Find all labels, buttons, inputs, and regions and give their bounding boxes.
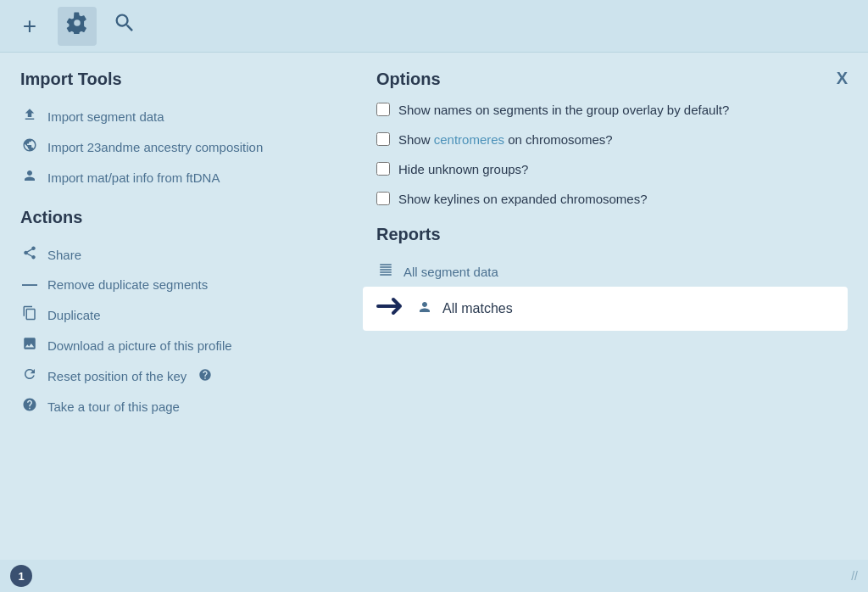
option-show-keylines-checkbox[interactable] bbox=[376, 192, 390, 205]
option-show-keylines: Show keylines on expanded chromosomes? bbox=[376, 190, 848, 208]
duplicate-icon bbox=[20, 305, 39, 324]
reset-key[interactable]: Reset position of the key bbox=[20, 360, 342, 391]
options-title: Options bbox=[376, 70, 848, 89]
import-segment-label: Import segment data bbox=[47, 109, 164, 124]
page-number-badge: 1 bbox=[10, 565, 32, 587]
centromeres-link[interactable]: centromeres bbox=[434, 132, 504, 147]
add-button[interactable]: + bbox=[10, 7, 49, 46]
share-label: Share bbox=[47, 248, 81, 262]
globe-icon bbox=[20, 137, 39, 156]
upload-icon bbox=[20, 107, 39, 126]
all-segment-data-label: All segment data bbox=[403, 265, 498, 279]
option-hide-unknown-label: Hide unknown groups? bbox=[398, 160, 528, 178]
reset-key-help-icon bbox=[198, 368, 212, 384]
option-hide-unknown: Hide unknown groups? bbox=[376, 160, 848, 178]
close-button[interactable]: X bbox=[837, 70, 848, 87]
option-show-centromeres-checkbox[interactable] bbox=[376, 132, 390, 146]
help-icon bbox=[20, 397, 39, 416]
download-picture[interactable]: Download a picture of this profile bbox=[20, 330, 342, 360]
import-segment-data[interactable]: Import segment data bbox=[20, 101, 342, 131]
all-segment-data-item[interactable]: All segment data bbox=[376, 256, 848, 287]
arrow-right-icon bbox=[376, 297, 403, 321]
bottom-bar: 1 // bbox=[0, 560, 868, 592]
actions-title: Actions bbox=[20, 208, 342, 227]
all-matches-label: All matches bbox=[442, 301, 513, 316]
import-tools-title: Import Tools bbox=[20, 70, 342, 89]
option-hide-unknown-checkbox[interactable] bbox=[376, 162, 390, 176]
remove-duplicates[interactable]: — Remove duplicate segments bbox=[20, 270, 342, 299]
gear-icon bbox=[66, 12, 88, 40]
search-button[interactable] bbox=[105, 7, 144, 46]
gear-button[interactable] bbox=[58, 7, 97, 46]
left-column: Import Tools Import segment data Import … bbox=[20, 70, 342, 422]
image-icon bbox=[20, 336, 39, 355]
import-ftdna[interactable]: Import mat/pat info from ftDNA bbox=[20, 162, 342, 193]
toolbar: + bbox=[0, 0, 868, 53]
all-matches-item[interactable]: All matches bbox=[363, 287, 848, 331]
remove-duplicates-label: Remove duplicate segments bbox=[47, 277, 208, 292]
reset-icon bbox=[20, 366, 39, 385]
option-show-names-checkbox[interactable] bbox=[376, 103, 390, 116]
download-picture-label: Download a picture of this profile bbox=[47, 338, 232, 353]
option-show-names-label: Show names on segments in the group over… bbox=[398, 101, 729, 119]
option-show-centromeres-label: Show centromeres on chromosomes? bbox=[398, 131, 613, 148]
option-show-names: Show names on segments in the group over… bbox=[376, 101, 848, 119]
options-section: Options Show names on segments in the gr… bbox=[376, 70, 848, 208]
tour-label: Take a tour of this page bbox=[47, 399, 180, 414]
import-23andme-label: Import 23andme ancestry composition bbox=[47, 140, 263, 154]
reset-key-label: Reset position of the key bbox=[47, 369, 186, 383]
plus-icon: + bbox=[23, 13, 36, 40]
person-icon bbox=[415, 299, 434, 318]
import-ftdna-label: Import mat/pat info from ftDNA bbox=[47, 170, 220, 185]
search-icon bbox=[113, 11, 136, 41]
table-icon bbox=[376, 262, 395, 281]
share-action[interactable]: Share bbox=[20, 239, 342, 270]
main-panel: Import Tools Import segment data Import … bbox=[0, 53, 868, 438]
person-card-icon bbox=[20, 168, 39, 187]
right-column: X Options Show names on segments in the … bbox=[376, 70, 848, 422]
option-show-centromeres: Show centromeres on chromosomes? bbox=[376, 131, 848, 148]
import-23andme[interactable]: Import 23andme ancestry composition bbox=[20, 131, 342, 162]
duplicate-action[interactable]: Duplicate bbox=[20, 299, 342, 330]
duplicate-label: Duplicate bbox=[47, 308, 101, 322]
tour-page[interactable]: Take a tour of this page bbox=[20, 391, 342, 422]
option-show-keylines-label: Show keylines on expanded chromosomes? bbox=[398, 190, 648, 208]
resize-handle[interactable]: // bbox=[851, 569, 858, 583]
reports-title: Reports bbox=[376, 225, 848, 244]
share-icon bbox=[20, 245, 39, 264]
minus-icon: — bbox=[20, 276, 39, 293]
reports-section: Reports All segment data All matches bbox=[376, 225, 848, 331]
